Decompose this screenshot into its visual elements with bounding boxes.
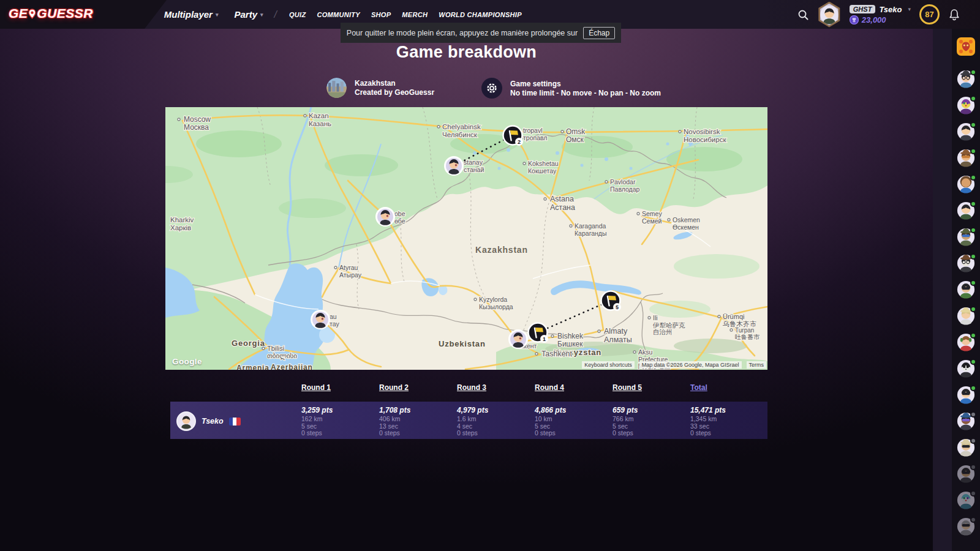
friend-avatar[interactable]: [957, 517, 975, 536]
round-flag-marker-5[interactable]: 5: [601, 291, 622, 312]
map-city-label: OmskОмск: [566, 127, 586, 144]
nav-link-world-championship[interactable]: WORLD CHAMPIONSHIP: [439, 11, 522, 18]
player-guess-marker[interactable]: [377, 208, 394, 226]
round-flag-marker-2[interactable]: 2: [503, 126, 524, 146]
friend-avatar[interactable]: [957, 333, 975, 351]
map-city-label: KazanКазань: [309, 112, 331, 127]
friend-avatar[interactable]: [957, 412, 975, 430]
status-dot: [970, 280, 976, 286]
friend-avatar[interactable]: [957, 149, 975, 167]
map-city-label: KokshetauКокшетау: [528, 160, 559, 174]
status-dot: [970, 96, 976, 102]
status-dot: [970, 69, 976, 75]
google-logo[interactable]: Google: [172, 357, 202, 366]
geoguessr-logo[interactable]: GE GUESSR: [9, 6, 93, 21]
player-score-row: Tseko 3,259 pts162 km5 sec0 steps1,708 p…: [170, 402, 767, 439]
status-dot: [970, 227, 976, 233]
geoguessr-game-breakdown-page: GE GUESSR Singleplayer▾Multiplayer▾Party…: [0, 0, 980, 551]
friend-avatar[interactable]: [957, 307, 975, 325]
friend-avatar[interactable]: [957, 359, 975, 378]
user-menu[interactable]: GHST Tseko ▾ 23,000: [850, 5, 911, 24]
chevron-down-icon: ▾: [260, 12, 263, 18]
friend-avatar[interactable]: [957, 254, 975, 272]
player-guess-marker[interactable]: [510, 331, 527, 348]
game-settings: Game settings No time limit - No move - …: [481, 78, 661, 99]
level-badge[interactable]: 87: [919, 4, 940, 24]
day-of-the-dead-event-icon[interactable]: [957, 37, 975, 56]
nav-divider: /: [274, 9, 277, 20]
table-header-round-2[interactable]: Round 2: [379, 383, 457, 392]
results-map[interactable]: KazakhstanUzbekistanKyrgyzstanGeorgiaArm…: [165, 107, 767, 370]
map-canvas: KazakhstanUzbekistanKyrgyzstanGeorgiaArm…: [165, 107, 767, 370]
status-dot: [970, 490, 976, 497]
map-city-label: AstanaАстана: [550, 195, 575, 212]
map-country-label: Georgia: [232, 339, 265, 348]
table-header-round-4[interactable]: Round 4: [535, 383, 612, 392]
map-city-label: SemeyСемей: [642, 210, 662, 225]
friend-avatar[interactable]: [957, 438, 975, 457]
fullscreen-exit-banner: Pour quitter le mode plein écran, appuye…: [341, 23, 621, 43]
player-cell[interactable]: Tseko: [176, 411, 241, 431]
status-dot: [970, 359, 976, 365]
map-city-label: KharkivХарків: [170, 216, 194, 231]
search-icon[interactable]: [797, 9, 809, 21]
notification-bell-icon[interactable]: [948, 9, 960, 21]
nav-link-shop[interactable]: SHOP: [371, 11, 391, 18]
user-avatar[interactable]: [818, 2, 841, 28]
banner-text: Pour quitter le mode plein écran, appuye…: [347, 29, 578, 37]
map-city-label: Tashkent: [541, 350, 573, 358]
friend-avatar[interactable]: [957, 201, 975, 220]
gear-icon: [481, 78, 502, 99]
friends-rail-strip: [952, 0, 980, 551]
round-flag-marker-1[interactable]: 1: [529, 323, 549, 343]
map-city-label: ChelyabinskЧелябинск: [442, 123, 481, 138]
friend-avatar[interactable]: [957, 70, 975, 88]
status-dot: [970, 253, 976, 260]
status-dot: [970, 306, 976, 312]
round-score-cell: 4,866 pts10 km5 sec0 steps: [535, 406, 612, 437]
table-header-round-1[interactable]: Round 1: [301, 383, 379, 392]
nav-item-party[interactable]: Party▾: [234, 9, 263, 20]
status-dot: [970, 201, 976, 207]
table-header-round-5[interactable]: Round 5: [612, 383, 690, 392]
terms-link[interactable]: Terms: [747, 361, 767, 369]
friend-avatar[interactable]: [957, 175, 975, 193]
settings-title: Game settings: [510, 80, 661, 88]
nav-link-merch[interactable]: MERCH: [402, 11, 428, 18]
keyboard-shortcuts-link[interactable]: Keyboard shortcuts: [582, 361, 635, 369]
round-score-cell: 15,471 pts1,345 km33 sec0 steps: [690, 406, 768, 437]
round-score-cell: 1,708 pts406 km13 sec0 steps: [379, 406, 457, 437]
map-attribution: Keyboard shortcuts Map data ©2026 Google…: [582, 361, 766, 369]
chevron-down-icon: ▾: [216, 12, 219, 18]
friend-avatar[interactable]: [957, 386, 975, 404]
friend-avatar[interactable]: [957, 96, 975, 114]
player-name: Tseko: [202, 417, 224, 425]
map-country-label: Armenia: [236, 364, 270, 370]
nav-link-community[interactable]: COMMUNITY: [317, 11, 360, 18]
friend-avatar[interactable]: [957, 491, 975, 509]
nav-item-multiplayer[interactable]: Multiplayer▾: [164, 9, 219, 20]
nav-user-cluster: GHST Tseko ▾ 23,000 87: [797, 0, 960, 29]
map-city-label: KaragandaКараганды: [575, 222, 607, 237]
coin-amount: 23,000: [862, 15, 886, 24]
coin-balance: 23,000: [850, 15, 911, 24]
settings-description: No time limit - No move - No pan - No zo…: [510, 89, 661, 97]
nav-link-quiz[interactable]: QUIZ: [289, 11, 306, 18]
table-header-round-3[interactable]: Round 3: [457, 383, 535, 392]
friends-rail: [933, 0, 980, 551]
map-creator: Created by GeoGuessr: [355, 88, 434, 97]
friend-avatar[interactable]: [957, 228, 975, 246]
friend-avatar[interactable]: [957, 280, 975, 299]
friend-avatar[interactable]: [957, 122, 975, 141]
user-name: Tseko: [879, 5, 902, 14]
friend-avatar[interactable]: [957, 465, 975, 483]
round-score-cell: 659 pts766 km5 sec0 steps: [612, 406, 690, 437]
player-guess-marker[interactable]: [312, 311, 330, 329]
status-dot: [970, 464, 976, 470]
map-city-label: PavlodarПавлодар: [610, 178, 640, 193]
map-thumbnail[interactable]: [326, 78, 347, 98]
page-title: Game breakdown: [0, 43, 933, 62]
player-guess-marker[interactable]: [445, 157, 463, 175]
map-city-label: stanayстанай: [464, 159, 484, 173]
table-header-total[interactable]: Total: [690, 383, 768, 392]
